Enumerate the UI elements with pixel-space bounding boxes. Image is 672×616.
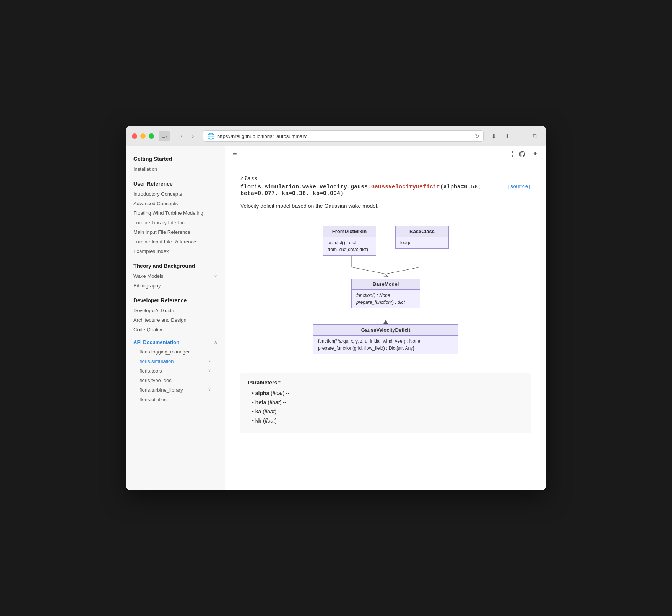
uml-top-row: FromDictMixin as_dict() : dict from_dict… — [244, 226, 527, 256]
uml-basemodel-body: function() : None prepare_function() : d… — [352, 290, 420, 308]
sidebar: Getting Started Installation User Refere… — [126, 146, 225, 490]
sidebar-item-simulation[interactable]: floris.simulation ∨ — [126, 357, 225, 366]
chevron-down-icon-turb: ∨ — [208, 387, 211, 393]
uml-box-basemodel: BaseModel function() : None prepare_func… — [351, 279, 420, 308]
uml-method: from_dict(data: dict) — [328, 246, 371, 253]
uml-gauss-wrapper: GaussVelocityDeficit function(**args, x,… — [244, 324, 527, 354]
doc-toolbar-right — [506, 151, 539, 159]
signature-prefix: floris.simulation.wake_velocity.gauss. — [240, 184, 371, 190]
sidebar-item-type-dec[interactable]: floris.type_dec — [126, 376, 225, 385]
uml-baseclass-header: BaseClass — [396, 226, 448, 237]
sidebar-item-floating[interactable]: Floating Wind Turbine Modeling — [126, 208, 225, 218]
fullscreen-button[interactable] — [506, 151, 513, 159]
class-keyword: class — [240, 176, 531, 182]
browser-window: ⊡ ▾ ‹ › 🌐 https://nrel.github.io/floris/… — [126, 126, 546, 490]
github-button[interactable] — [519, 151, 526, 159]
uml-fromdictmixin-body: as_dict() : dict from_dict(data: dict) — [323, 237, 376, 255]
class-signature: floris.simulation.wake_velocity.gauss.Ga… — [240, 184, 531, 197]
user-reference-title: User Reference — [126, 177, 225, 189]
uml-diagram: FromDictMixin as_dict() : dict from_dict… — [240, 218, 531, 362]
signature-text: floris.simulation.wake_velocity.gauss.Ga… — [240, 184, 500, 197]
arrow-line — [386, 308, 386, 320]
param-kb: • kb (float) -- — [252, 418, 523, 424]
uml-baseclass-body: logger — [396, 237, 448, 248]
address-bar[interactable]: 🌐 https://nrel.github.io/floris/_autosum… — [203, 130, 484, 142]
sidebar-toggle-button[interactable]: ⊡ ▾ — [159, 131, 170, 141]
sidebar-item-advanced[interactable]: Advanced Concepts — [126, 199, 225, 208]
svg-marker-4 — [384, 274, 388, 277]
uml-method: function(**args, x, y, z, u_initial, win… — [318, 338, 453, 345]
reload-button[interactable]: ↻ — [475, 133, 479, 139]
getting-started-title: Getting Started — [126, 152, 225, 164]
uml-method: logger — [400, 239, 444, 246]
uml-box-gauss: GaussVelocityDeficit function(**args, x,… — [313, 324, 458, 354]
traffic-lights — [132, 133, 154, 139]
class-description: Velocity deficit model based on the Gaus… — [240, 203, 531, 209]
uml-basemodel-header: BaseModel — [352, 279, 420, 290]
uml-box-fromdictmixin: FromDictMixin as_dict() : dict from_dict… — [323, 226, 376, 256]
share-button[interactable]: ⬆ — [502, 131, 513, 141]
sidebar-item-tools[interactable]: floris.tools ∨ — [126, 366, 225, 376]
sidebar-item-main-input[interactable]: Main Input File Reference — [126, 227, 225, 237]
uml-method: function() : None — [356, 292, 415, 299]
doc-content: class floris.simulation.wake_velocity.ga… — [225, 164, 546, 490]
sidebar-item-turbine-library[interactable]: floris.turbine_library ∨ — [126, 385, 225, 395]
download-doc-button[interactable] — [532, 151, 539, 159]
uml-method: as_dict() : dict — [328, 239, 371, 246]
sidebar-icon: ⊡ — [162, 133, 166, 139]
toolbar-right: ⬇ ⬆ ＋ ⧉ — [488, 131, 540, 141]
arrow-head — [383, 320, 388, 324]
sidebar-item-code-quality[interactable]: Code Quality — [126, 325, 225, 334]
svg-line-3 — [386, 267, 420, 274]
svg-line-1 — [351, 267, 386, 274]
globe-icon: 🌐 — [207, 133, 215, 140]
uml-fromdictmixin-header: FromDictMixin — [323, 226, 376, 237]
chevron-up-icon: ∧ — [214, 340, 217, 345]
developer-title: Developer Reference — [126, 293, 225, 306]
new-tab-button[interactable]: ＋ — [516, 131, 526, 141]
sidebar-item-turbine-library[interactable]: Turbine Library Interface — [126, 218, 225, 227]
url-display: https://nrel.github.io/floris/_autosumma… — [217, 133, 472, 139]
sidebar-item-logging-manager[interactable]: floris.logging_manager — [126, 347, 225, 357]
theory-title: Theory and Background — [126, 259, 225, 271]
sidebar-item-utilities[interactable]: floris.utilities — [126, 395, 225, 404]
forward-button[interactable]: › — [188, 131, 198, 141]
source-link[interactable]: [source] — [507, 184, 531, 190]
parameters-title: Parameters:: — [248, 379, 523, 386]
sidebar-item-api-documentation[interactable]: API Documentation ∧ — [126, 337, 225, 347]
close-button[interactable] — [132, 133, 137, 139]
back-button[interactable]: ‹ — [176, 131, 187, 141]
sidebar-item-architecture[interactable]: Architecture and Design — [126, 315, 225, 325]
doc-toolbar: ≡ — [225, 146, 546, 164]
param-beta: • beta (float) -- — [252, 399, 523, 405]
chevron-down-icon: ∨ — [214, 274, 217, 279]
uml-gauss-body: function(**args, x, y, z, u_initial, win… — [313, 336, 458, 354]
uml-method: prepare_function() : dict — [356, 299, 415, 306]
sidebar-item-examples[interactable]: Examples Index — [126, 246, 225, 256]
uml-method: prepare_function(grid, flow_field) : Dic… — [318, 345, 453, 352]
class-name: GaussVelocityDeficit — [371, 184, 440, 190]
browser-content: Getting Started Installation User Refere… — [126, 146, 546, 490]
tab-overview-button[interactable]: ⧉ — [529, 131, 540, 141]
sidebar-item-installation[interactable]: Installation — [126, 164, 225, 174]
uml-box-baseclass: BaseClass logger — [395, 226, 449, 249]
chevron-down-icon-sim: ∨ — [208, 358, 211, 364]
hamburger-menu-button[interactable]: ≡ — [233, 151, 237, 159]
download-button[interactable]: ⬇ — [488, 131, 499, 141]
sidebar-item-wake-models[interactable]: Wake Models ∨ — [126, 271, 225, 281]
sidebar-item-turbine-input[interactable]: Turbine Input File Reference — [126, 237, 225, 246]
maximize-button[interactable] — [149, 133, 154, 139]
doc-area: ≡ — [225, 146, 546, 490]
chevron-down-icon: ▾ — [166, 134, 167, 138]
title-bar: ⊡ ▾ ‹ › 🌐 https://nrel.github.io/floris/… — [126, 126, 546, 146]
parameters-section: Parameters:: • alpha (float) -- • beta (… — [240, 373, 531, 433]
sidebar-item-developers-guide[interactable]: Developer's Guide — [126, 306, 225, 315]
uml-basemodel-wrapper: BaseModel function() : None prepare_func… — [244, 279, 527, 308]
uml-converge-svg — [317, 256, 454, 279]
uml-gauss-header: GaussVelocityDeficit — [313, 325, 458, 336]
param-alpha: • alpha (float) -- — [252, 390, 523, 396]
sidebar-item-introductory[interactable]: Introductory Concepts — [126, 189, 225, 199]
minimize-button[interactable] — [140, 133, 146, 139]
nav-arrows: ‹ › — [176, 131, 198, 141]
sidebar-item-bibliography[interactable]: Bibliography — [126, 281, 225, 290]
